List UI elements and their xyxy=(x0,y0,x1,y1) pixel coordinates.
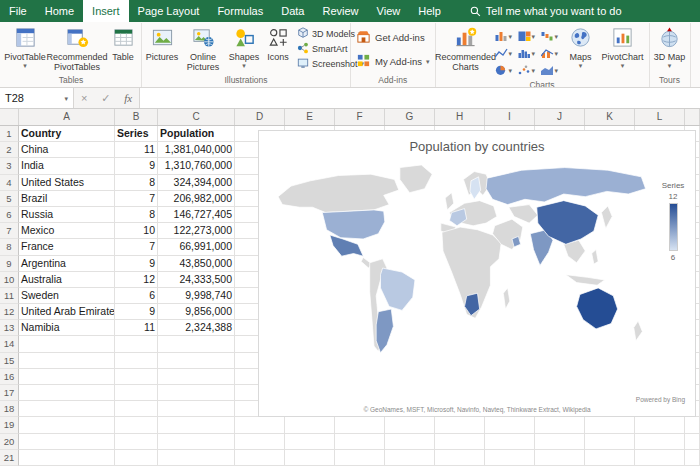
row-header-18[interactable]: 18 xyxy=(0,401,19,417)
ribbon-tab-formulas[interactable]: Formulas xyxy=(208,0,272,22)
cell-B17[interactable] xyxy=(115,385,158,401)
chart-line-button[interactable]: ▾ xyxy=(495,45,518,62)
cell-D21[interactable] xyxy=(235,450,285,466)
ribbon-tab-data[interactable]: Data xyxy=(272,0,313,22)
ribbon-tab-review[interactable]: Review xyxy=(313,0,367,22)
my-addins-button[interactable]: My Add-ins ▾ xyxy=(352,49,434,73)
pictures-button[interactable]: Pictures xyxy=(143,23,181,74)
ribbon-tab-file[interactable]: File xyxy=(0,0,36,22)
cell-C19[interactable] xyxy=(158,417,235,433)
row-header-8[interactable]: 8 xyxy=(0,239,19,255)
ribbon-tab-insert[interactable]: Insert xyxy=(83,0,129,22)
chart-pie-button[interactable]: ▾ xyxy=(495,62,518,79)
column-header-C[interactable]: C xyxy=(158,109,235,125)
name-box[interactable]: T28 ▾ xyxy=(0,88,74,108)
screenshot-button[interactable]: Screenshot ▾ xyxy=(295,56,347,71)
cell-H19[interactable] xyxy=(435,417,485,433)
cell-G19[interactable] xyxy=(385,417,435,433)
table-button[interactable]: Table xyxy=(106,23,140,74)
chart-histogram-button[interactable]: ▾ xyxy=(518,45,541,62)
row-header-11[interactable]: 11 xyxy=(0,288,19,304)
row-header-15[interactable]: 15 xyxy=(0,353,19,369)
cell-C4[interactable]: 324,394,000 xyxy=(158,175,235,191)
cell-C18[interactable] xyxy=(158,401,235,417)
recommended-charts-button[interactable]: Recommended Charts xyxy=(437,23,495,79)
cell-B1[interactable]: Series xyxy=(115,126,158,142)
column-header-D[interactable]: D xyxy=(235,109,285,125)
cell-A21[interactable] xyxy=(19,450,115,466)
cell-C10[interactable]: 24,333,500 xyxy=(158,272,235,288)
row-header-7[interactable]: 7 xyxy=(0,223,19,239)
row-header-21[interactable]: 21 xyxy=(0,450,19,466)
cell-A5[interactable]: Brazil xyxy=(19,191,115,207)
cell-C21[interactable] xyxy=(158,450,235,466)
column-header-H[interactable]: H xyxy=(435,109,485,125)
cell-G20[interactable] xyxy=(385,434,435,450)
cell-B12[interactable]: 9 xyxy=(115,304,158,320)
cell-L21[interactable] xyxy=(635,450,685,466)
cell-C1[interactable]: Population xyxy=(158,126,235,142)
row-header-3[interactable]: 3 xyxy=(0,158,19,174)
cell-B2[interactable]: 11 xyxy=(115,142,158,158)
cell-K20[interactable] xyxy=(585,434,635,450)
online-pictures-button[interactable]: Online Pictures xyxy=(181,23,225,74)
cell-A10[interactable]: Australia xyxy=(19,272,115,288)
cell-J20[interactable] xyxy=(535,434,585,450)
cell-B20[interactable] xyxy=(115,434,158,450)
cell-x1221[interactable] xyxy=(685,450,700,466)
cell-C7[interactable]: 122,273,000 xyxy=(158,223,235,239)
enter-icon[interactable]: ✓ xyxy=(101,92,110,105)
cell-B14[interactable] xyxy=(115,336,158,352)
cell-B7[interactable]: 10 xyxy=(115,223,158,239)
cell-I21[interactable] xyxy=(485,450,535,466)
ribbon-tab-page-layout[interactable]: Page Layout xyxy=(129,0,209,22)
cell-C2[interactable]: 1,381,040,000 xyxy=(158,142,235,158)
column-header-J[interactable]: J xyxy=(535,109,585,125)
cell-A15[interactable] xyxy=(19,353,115,369)
3d-models-button[interactable]: 3D Models ▾ xyxy=(295,26,347,41)
column-header-K[interactable]: K xyxy=(585,109,635,125)
map-chart[interactable]: Population by countries xyxy=(258,130,696,417)
cell-J21[interactable] xyxy=(535,450,585,466)
cell-H20[interactable] xyxy=(435,434,485,450)
cell-A18[interactable] xyxy=(19,401,115,417)
row-header-19[interactable]: 19 xyxy=(0,417,19,433)
row-header-12[interactable]: 12 xyxy=(0,304,19,320)
cell-A20[interactable] xyxy=(19,434,115,450)
cell-A12[interactable]: United Arab Emirates xyxy=(19,304,115,320)
cell-B8[interactable]: 7 xyxy=(115,239,158,255)
cell-C11[interactable]: 9,998,740 xyxy=(158,288,235,304)
cell-C17[interactable] xyxy=(158,385,235,401)
cell-B4[interactable]: 8 xyxy=(115,175,158,191)
cell-A1[interactable]: Country xyxy=(19,126,115,142)
cell-D19[interactable] xyxy=(235,417,285,433)
cell-C20[interactable] xyxy=(158,434,235,450)
cell-A4[interactable]: United States xyxy=(19,175,115,191)
ribbon-tab-view[interactable]: View xyxy=(368,0,410,22)
cell-E21[interactable] xyxy=(285,450,335,466)
cell-A8[interactable]: France xyxy=(19,239,115,255)
tell-me-search[interactable]: Tell me what you want to do xyxy=(470,0,622,22)
cell-A19[interactable] xyxy=(19,417,115,433)
column-header-A[interactable]: A xyxy=(19,109,115,125)
row-header-10[interactable]: 10 xyxy=(0,272,19,288)
cell-B10[interactable]: 12 xyxy=(115,272,158,288)
cell-F19[interactable] xyxy=(335,417,385,433)
column-header-I[interactable]: I xyxy=(485,109,535,125)
chart-area-button[interactable]: ▾ xyxy=(541,62,564,79)
cell-H21[interactable] xyxy=(435,450,485,466)
smartart-button[interactable]: SmartArt xyxy=(295,41,347,56)
cell-A3[interactable]: India xyxy=(19,158,115,174)
cell-x1219[interactable] xyxy=(685,417,700,433)
cell-x1220[interactable] xyxy=(685,434,700,450)
cell-A13[interactable]: Namibia xyxy=(19,320,115,336)
cell-J19[interactable] xyxy=(535,417,585,433)
column-header-B[interactable]: B xyxy=(115,109,158,125)
cell-C9[interactable]: 43,850,000 xyxy=(158,256,235,272)
chart-column-button[interactable]: ▾ xyxy=(495,28,518,45)
3d-map-button[interactable]: 3D Map ▾ xyxy=(651,23,689,74)
cell-L19[interactable] xyxy=(635,417,685,433)
cell-L20[interactable] xyxy=(635,434,685,450)
pivottable-button[interactable]: PivotTable ▾ xyxy=(2,23,48,74)
cell-A6[interactable]: Russia xyxy=(19,207,115,223)
